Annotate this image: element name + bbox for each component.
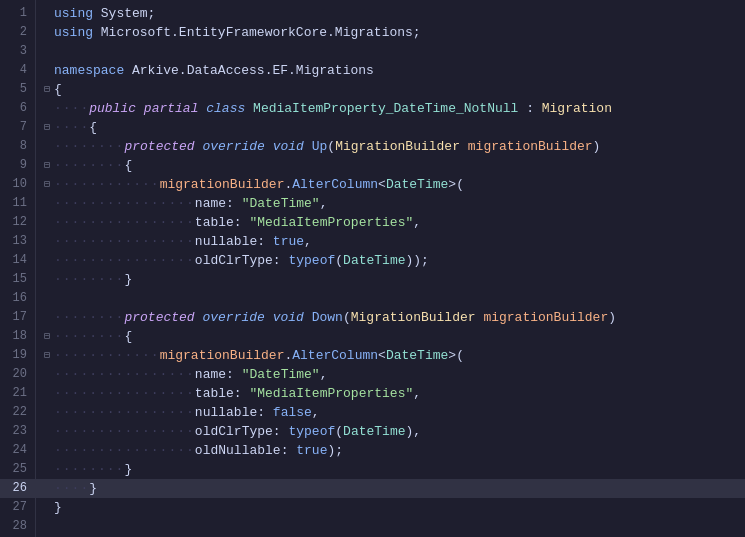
line-num-20: 20 (0, 365, 35, 384)
line-num-9: 9 (0, 156, 35, 175)
code-line-20: ················ name: "DateTime", (36, 365, 745, 384)
code-line-8: ········ protected override void Up(Migr… (36, 137, 745, 156)
line-num-18: 18 (0, 327, 35, 346)
line-num-23: 23 (0, 422, 35, 441)
code-line-5: ⊟ { (36, 80, 745, 99)
code-line-14: ················ oldClrType: typeof(Date… (36, 251, 745, 270)
line-num-25: 25 (0, 460, 35, 479)
line-num-22: 22 (0, 403, 35, 422)
code-line-10: ⊟ ············ migrationBuilder.AlterCol… (36, 175, 745, 194)
code-line-11: ················ name: "DateTime", (36, 194, 745, 213)
line-num-15: 15 (0, 270, 35, 289)
line-num-11: 11 (0, 194, 35, 213)
code-line-1: using System; (36, 4, 745, 23)
line-num-13: 13 (0, 232, 35, 251)
line-num-7: 7 (0, 118, 35, 137)
line-num-5: 5 (0, 80, 35, 99)
line-num-24: 24 (0, 441, 35, 460)
code-line-16 (36, 289, 745, 308)
code-line-26: ···· } (36, 479, 745, 498)
code-line-24: ················ oldNullable: true); (36, 441, 745, 460)
code-line-19: ⊟ ············ migrationBuilder.AlterCol… (36, 346, 745, 365)
code-line-22: ················ nullable: false, (36, 403, 745, 422)
code-line-23: ················ oldClrType: typeof(Date… (36, 422, 745, 441)
line-num-4: 4 (0, 61, 35, 80)
line-num-1: 1 (0, 4, 35, 23)
line-num-17: 17 (0, 308, 35, 327)
line-num-14: 14 (0, 251, 35, 270)
line-num-10: 10 (0, 175, 35, 194)
code-editor: 1 2 3 4 5 6 7 8 9 10 11 12 13 14 15 16 1… (0, 0, 745, 537)
code-line-15: ········ } (36, 270, 745, 289)
code-content: using System; using Microsoft.EntityFram… (36, 0, 745, 537)
code-line-18: ⊟ ········ { (36, 327, 745, 346)
code-line-7: ⊟ ···· { (36, 118, 745, 137)
code-line-28 (36, 517, 745, 536)
line-numbers: 1 2 3 4 5 6 7 8 9 10 11 12 13 14 15 16 1… (0, 0, 36, 537)
line-num-21: 21 (0, 384, 35, 403)
code-line-9: ⊟ ········ { (36, 156, 745, 175)
code-line-21: ················ table: "MediaItemProper… (36, 384, 745, 403)
line-num-3: 3 (0, 42, 35, 61)
code-line-27: } (36, 498, 745, 517)
line-num-27: 27 (0, 498, 35, 517)
code-line-3 (36, 42, 745, 61)
line-num-26: 26 (0, 479, 35, 498)
line-num-16: 16 (0, 289, 35, 308)
code-line-17: ········ protected override void Down(Mi… (36, 308, 745, 327)
code-line-4: namespace Arkive.DataAccess.EF.Migration… (36, 61, 745, 80)
code-line-6: ···· public partial class MediaItemPrope… (36, 99, 745, 118)
line-num-12: 12 (0, 213, 35, 232)
code-line-25: ········ } (36, 460, 745, 479)
line-num-19: 19 (0, 346, 35, 365)
line-num-6: 6 (0, 99, 35, 118)
code-line-2: using Microsoft.EntityFrameworkCore.Migr… (36, 23, 745, 42)
line-num-8: 8 (0, 137, 35, 156)
code-line-13: ················ nullable: true, (36, 232, 745, 251)
line-num-28: 28 (0, 517, 35, 536)
line-num-2: 2 (0, 23, 35, 42)
code-line-12: ················ table: "MediaItemProper… (36, 213, 745, 232)
